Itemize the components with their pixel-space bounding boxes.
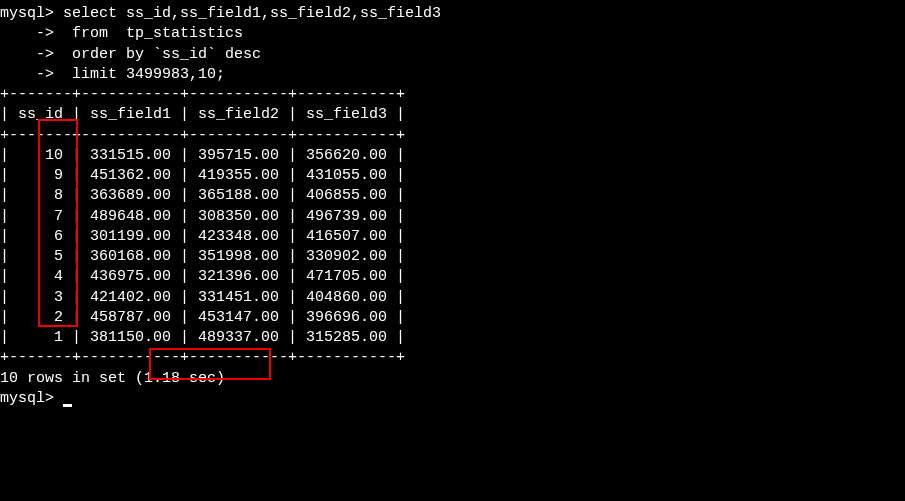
query-line-1: mysql> select ss_id,ss_field1,ss_field2,… [0, 4, 905, 24]
query-line-4: -> limit 3499983,10; [0, 65, 905, 85]
query-line-3: -> order by `ss_id` desc [0, 45, 905, 65]
table-row: | 3 | 421402.00 | 331451.00 | 404860.00 … [0, 288, 905, 308]
query-line-2: -> from tp_statistics [0, 24, 905, 44]
table-border-top: +-------+-----------+-----------+-------… [0, 85, 905, 105]
result-summary: 10 rows in set (1.18 sec) [0, 369, 905, 389]
table-row: | 8 | 363689.00 | 365188.00 | 406855.00 … [0, 186, 905, 206]
prompt-line[interactable]: mysql> [0, 389, 905, 409]
table-row: | 7 | 489648.00 | 308350.00 | 496739.00 … [0, 207, 905, 227]
table-row: | 10 | 331515.00 | 395715.00 | 356620.00… [0, 146, 905, 166]
table-row: | 1 | 381150.00 | 489337.00 | 315285.00 … [0, 328, 905, 348]
cursor-icon [63, 404, 72, 407]
table-header: | ss_id | ss_field1 | ss_field2 | ss_fie… [0, 105, 905, 125]
table-row: | 9 | 451362.00 | 419355.00 | 431055.00 … [0, 166, 905, 186]
table-border-mid: +-------+-----------+-----------+-------… [0, 126, 905, 146]
table-border-bottom: +-------+-----------+-----------+-------… [0, 348, 905, 368]
table-row: | 4 | 436975.00 | 321396.00 | 471705.00 … [0, 267, 905, 287]
table-row: | 5 | 360168.00 | 351998.00 | 330902.00 … [0, 247, 905, 267]
table-row: | 2 | 458787.00 | 453147.00 | 396696.00 … [0, 308, 905, 328]
table-row: | 6 | 301199.00 | 423348.00 | 416507.00 … [0, 227, 905, 247]
